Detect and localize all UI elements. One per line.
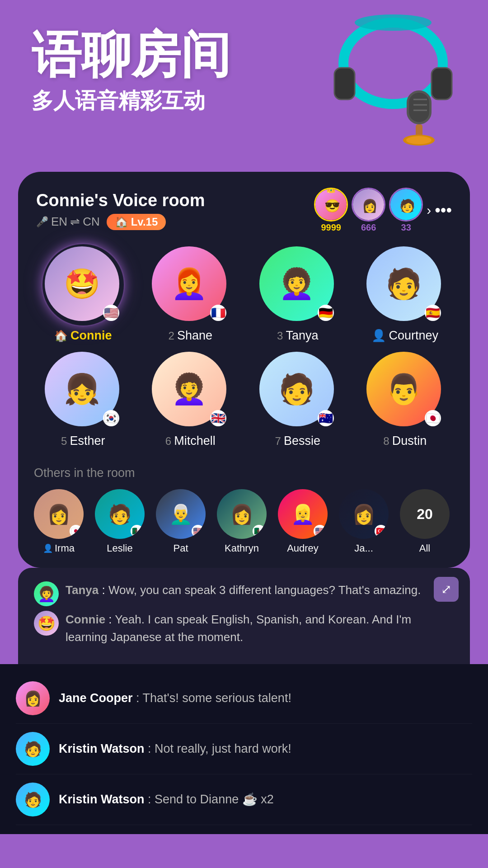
speaker-tanya[interactable]: 👩‍🦱 🇩🇪 3 Tanya	[249, 246, 347, 343]
speaker-name-esther: 5 Esther	[61, 434, 105, 448]
chat-text-tanya: Tanya : Wow, you can speak 3 different l…	[66, 581, 454, 599]
speaker-name-bessie: 7 Bessie	[275, 434, 320, 448]
headphone-mic-illustration	[321, 9, 465, 154]
speaker-name-connie: 🏠 Connie	[54, 329, 112, 343]
others-label: Others in the room	[34, 466, 454, 480]
speaker-flag-connie: 🇺🇸	[103, 305, 119, 321]
bottom-msg-2: 🧑 Kristin Watson : Not really, just hard…	[16, 724, 472, 774]
flag-pat: 🇺🇸	[192, 525, 204, 538]
bottom-messages: 👩 Jane Cooper : That's! some serious tal…	[0, 664, 488, 834]
speaker-avatar-bessie: 🧑 🇦🇺	[259, 352, 336, 429]
other-name-irma: 👤 Irma	[43, 542, 75, 554]
flag-leslie: 🇩🇿	[131, 525, 143, 538]
speaker-avatar-mitchell: 👩‍🦱 🇬🇧	[152, 352, 229, 429]
speaker-avatar-shane: 👩‍🦰 🇫🇷	[152, 246, 229, 323]
more-viewers-button[interactable]: ›	[427, 203, 431, 218]
view-all-others[interactable]: 20 All	[400, 489, 450, 554]
top-viewer-3[interactable]: 🧑 33	[389, 188, 423, 233]
speaker-avatar-connie: 🤩 🇺🇸	[45, 246, 122, 323]
svg-rect-5	[409, 93, 429, 122]
room-lang: 🎤 EN ⇌ CN	[36, 215, 100, 229]
others-row: 👩 🇯🇵 👤 Irma 🧑 🇩🇿 Leslie 👨‍🦳 �	[34, 489, 454, 554]
room-header: Connie's Voice room 🎤 EN ⇌ CN 🏠 Lv.15 😎	[18, 172, 470, 242]
bottom-msg-1: 👩 Jane Cooper : That's! some serious tal…	[16, 673, 472, 724]
expand-icon: ⤢	[441, 582, 451, 597]
other-name-audrey: Audrey	[287, 542, 319, 554]
other-irma[interactable]: 👩 🇯🇵 👤 Irma	[34, 489, 84, 554]
other-avatar-audrey: 👱‍♀️ 🇺🇸	[278, 489, 328, 539]
other-audrey[interactable]: 👱‍♀️ 🇺🇸 Audrey	[278, 489, 328, 554]
speakers-grid: 🤩 🇺🇸 🏠 Connie 👩‍🦰 🇫🇷 2 Shane	[18, 242, 470, 462]
other-avatar-kathryn: 👩 🇩🇿	[217, 489, 267, 539]
speaker-flag-esther: 🇰🇷	[103, 410, 119, 426]
speaker-courtney[interactable]: 🧑 🇪🇸 👤 Courtney	[356, 246, 455, 343]
svg-rect-2	[432, 68, 452, 99]
voice-room-card: Connie's Voice room 🎤 EN ⇌ CN 🏠 Lv.15 😎	[18, 172, 470, 568]
room-options-button[interactable]: •••	[435, 201, 452, 220]
bottom-msg-text-1: Jane Cooper : That's! some serious talen…	[59, 690, 291, 707]
all-count-circle: 20	[400, 489, 450, 539]
bottom-msg-3: 🧑 Kristin Watson : Send to Dianne ☕ x2	[16, 774, 472, 825]
top-viewer-2[interactable]: 👩 666	[352, 188, 385, 233]
other-ja[interactable]: 👩 🇹🇷 Ja...	[339, 489, 389, 554]
speaker-esther[interactable]: 👧 🇰🇷 5 Esther	[34, 352, 132, 448]
speaker-flag-courtney: 🇪🇸	[425, 305, 441, 321]
speaker-avatar-tanya: 👩‍🦱 🇩🇪	[259, 246, 336, 323]
chat-expand-button[interactable]: ⤢	[434, 577, 459, 602]
chat-message-tanya: 👩‍🦱 Tanya : Wow, you can speak 3 differe…	[34, 581, 454, 606]
speaker-avatar-courtney: 🧑 🇪🇸	[366, 246, 443, 323]
speaker-name-tanya: 3 Tanya	[277, 329, 318, 343]
speaker-flag-bessie: 🇦🇺	[318, 410, 334, 426]
other-name-pat: Pat	[173, 542, 188, 554]
bottom-msg-text-2: Kristin Watson : Not really, just hard w…	[59, 741, 291, 758]
other-pat[interactable]: 👨‍🦳 🇺🇸 Pat	[156, 489, 206, 554]
others-section: Others in the room 👩 🇯🇵 👤 Irma 🧑 🇩🇿 Lesl…	[18, 462, 470, 568]
speaker-dustin[interactable]: 👨 🇯🇵 8 Dustin	[356, 352, 455, 448]
chat-avatar-tanya: 👩‍🦱	[34, 581, 59, 606]
speaker-flag-shane: 🇫🇷	[210, 305, 226, 321]
level-badge: 🏠 Lv.15	[107, 214, 166, 230]
other-avatar-irma: 👩 🇯🇵	[34, 489, 84, 539]
speaker-avatar-dustin: 👨 🇯🇵	[366, 352, 443, 429]
svg-rect-1	[334, 68, 355, 99]
other-avatar-ja: 👩 🇹🇷	[339, 489, 389, 539]
speaker-name-courtney: 👤 Courtney	[371, 329, 438, 343]
other-name-leslie: Leslie	[107, 542, 132, 554]
flag-kathryn: 🇩🇿	[253, 525, 265, 538]
flag-audrey: 🇺🇸	[314, 525, 326, 538]
other-avatar-pat: 👨‍🦳 🇺🇸	[156, 489, 206, 539]
other-name-kathryn: Kathryn	[225, 542, 259, 554]
room-top-viewers: 😎 👑 9999 👩 666 🧑 33 › •••	[314, 188, 452, 233]
speaker-flag-tanya: 🇩🇪	[318, 305, 334, 321]
speaker-name-mitchell: 6 Mitchell	[165, 434, 216, 448]
chat-message-connie: 🤩 Connie : Yeah. I can speak English, Sp…	[34, 611, 454, 646]
top-viewer-1[interactable]: 😎 👑 9999	[314, 188, 348, 233]
chat-avatar-connie: 🤩	[34, 611, 59, 636]
room-title: Connie's Voice room	[36, 191, 205, 210]
bottom-msg-avatar-1: 👩	[16, 681, 50, 715]
other-name-ja: Ja...	[354, 542, 373, 554]
speaker-shane[interactable]: 👩‍🦰 🇫🇷 2 Shane	[141, 246, 240, 343]
bottom-msg-text-3: Kristin Watson : Send to Dianne ☕ x2	[59, 791, 274, 808]
speaker-name-shane: 2 Shane	[169, 329, 212, 343]
speaker-flag-mitchell: 🇬🇧	[210, 410, 226, 426]
speaker-flag-dustin: 🇯🇵	[425, 410, 441, 426]
all-label: All	[419, 542, 430, 554]
speaker-mitchell[interactable]: 👩‍🦱 🇬🇧 6 Mitchell	[141, 352, 240, 448]
top-banner: 语聊房间 多人语音精彩互动	[0, 0, 488, 172]
svg-point-3	[355, 14, 432, 31]
speaker-avatar-esther: 👧 🇰🇷	[45, 352, 122, 429]
speaker-name-dustin: 8 Dustin	[383, 434, 427, 448]
bottom-msg-avatar-2: 🧑	[16, 732, 50, 766]
chat-overlay: ⤢ 👩‍🦱 Tanya : Wow, you can speak 3 diffe…	[18, 568, 470, 664]
speaker-connie[interactable]: 🤩 🇺🇸 🏠 Connie	[34, 246, 132, 343]
chat-text-connie: Connie : Yeah. I can speak English, Span…	[66, 611, 454, 646]
flag-ja: 🇹🇷	[375, 525, 387, 538]
speaker-bessie[interactable]: 🧑 🇦🇺 7 Bessie	[249, 352, 347, 448]
flag-irma: 🇯🇵	[70, 525, 82, 538]
other-kathryn[interactable]: 👩 🇩🇿 Kathryn	[217, 489, 267, 554]
other-avatar-leslie: 🧑 🇩🇿	[95, 489, 145, 539]
room-meta: 🎤 EN ⇌ CN 🏠 Lv.15	[36, 214, 205, 230]
svg-point-0	[343, 23, 443, 104]
other-leslie[interactable]: 🧑 🇩🇿 Leslie	[95, 489, 145, 554]
